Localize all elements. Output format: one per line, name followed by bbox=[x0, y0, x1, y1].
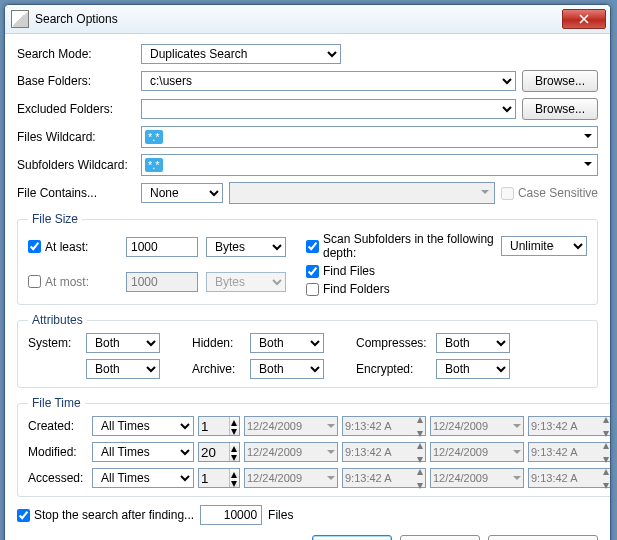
file-size-group: File Size At least: Bytes At most: Bytes bbox=[17, 212, 598, 305]
file-time-group: File Time Created: All Times ▴▾ 12/24/20… bbox=[17, 396, 611, 497]
at-most-value bbox=[126, 272, 198, 292]
base-folders-combo[interactable]: c:\users bbox=[141, 71, 516, 91]
find-folders-checkbox[interactable] bbox=[306, 283, 319, 296]
modified-time2: 9:13:42 A▴▾ bbox=[528, 442, 611, 462]
at-least-unit-combo[interactable]: Bytes bbox=[206, 237, 286, 257]
attr-compresses-combo[interactable]: Both bbox=[436, 333, 510, 353]
chevron-down-icon bbox=[581, 157, 595, 171]
file-contains-text bbox=[229, 182, 495, 204]
files-wildcard-combo[interactable]: *.* bbox=[141, 126, 598, 148]
created-date2: 12/24/2009 bbox=[430, 416, 524, 436]
chevron-down-icon bbox=[478, 185, 492, 199]
files-wildcard-label: Files Wildcard: bbox=[17, 130, 135, 144]
find-files-label: Find Files bbox=[323, 264, 375, 278]
search-mode-label: Search Mode: bbox=[17, 47, 135, 61]
stop-after-value[interactable] bbox=[200, 505, 262, 525]
ok-button[interactable]: OK bbox=[312, 535, 392, 540]
cancel-button[interactable]: Cancel bbox=[400, 535, 480, 540]
search-options-dialog: Search Options Search Mode: Duplicates S… bbox=[4, 4, 611, 540]
modified-time1: 9:13:42 A▴▾ bbox=[342, 442, 426, 462]
depth-combo[interactable]: Unlimited bbox=[501, 236, 587, 256]
excluded-folders-label: Excluded Folders: bbox=[17, 102, 135, 116]
file-time-legend: File Time bbox=[28, 396, 85, 410]
attributes-legend: Attributes bbox=[28, 313, 87, 327]
created-date1: 12/24/2009 bbox=[244, 416, 338, 436]
accessed-time2: 9:13:42 A▴▾ bbox=[528, 468, 611, 488]
attr-encrypted-combo[interactable]: Both bbox=[436, 359, 510, 379]
subfolders-wildcard-combo[interactable]: *.* bbox=[141, 154, 598, 176]
chevron-down-icon bbox=[513, 424, 521, 428]
modified-mode-combo[interactable]: All Times bbox=[92, 442, 194, 462]
file-contains-mode-combo[interactable]: None bbox=[141, 183, 223, 203]
modified-date2: 12/24/2009 bbox=[430, 442, 524, 462]
base-folders-label: Base Folders: bbox=[17, 74, 135, 88]
browse-excluded-folders-button[interactable]: Browse... bbox=[522, 98, 598, 120]
attr-hidden-label: Hidden: bbox=[192, 336, 250, 350]
client-area: Search Mode: Duplicates Search Base Fold… bbox=[5, 34, 610, 540]
case-sensitive-checkbox bbox=[501, 187, 514, 200]
attr-archive-label: Archive: bbox=[192, 362, 250, 376]
file-size-legend: File Size bbox=[28, 212, 82, 226]
created-n-spin: ▴▾ bbox=[198, 416, 240, 436]
titlebar: Search Options bbox=[5, 5, 610, 34]
at-most-checkbox[interactable] bbox=[28, 275, 41, 288]
case-sensitive-label: Case Sensitive bbox=[518, 186, 598, 200]
scan-subfolders-label: Scan Subfolders in the following depth: bbox=[323, 232, 495, 260]
close-button[interactable] bbox=[562, 9, 606, 29]
at-least-checkbox[interactable] bbox=[28, 240, 41, 253]
search-mode-combo[interactable]: Duplicates Search bbox=[141, 44, 341, 64]
files-suffix-label: Files bbox=[268, 508, 293, 522]
accessed-mode-combo[interactable]: All Times bbox=[92, 468, 194, 488]
reset-to-default-button[interactable]: Reset To Default bbox=[488, 535, 599, 540]
browse-base-folders-button[interactable]: Browse... bbox=[522, 70, 598, 92]
accessed-label: Accessed: bbox=[28, 471, 88, 485]
accessed-time1: 9:13:42 A▴▾ bbox=[342, 468, 426, 488]
subfolders-wildcard-label: Subfolders Wildcard: bbox=[17, 158, 135, 172]
chevron-down-icon bbox=[327, 424, 335, 428]
modified-date1: 12/24/2009 bbox=[244, 442, 338, 462]
scan-subfolders-checkbox[interactable] bbox=[306, 240, 319, 253]
attr-system-label: System: bbox=[28, 336, 86, 350]
attr-readonly-combo[interactable]: Both bbox=[86, 359, 160, 379]
app-icon bbox=[11, 10, 29, 28]
at-least-label: At least: bbox=[45, 240, 88, 254]
created-time2: 9:13:42 A▴▾ bbox=[528, 416, 611, 436]
file-contains-label: File Contains... bbox=[17, 186, 135, 200]
at-most-unit-combo: Bytes bbox=[206, 272, 286, 292]
at-least-value[interactable] bbox=[126, 237, 198, 257]
created-time1: 9:13:42 A▴▾ bbox=[342, 416, 426, 436]
chevron-down-icon bbox=[581, 129, 595, 143]
modified-n-spin: ▴▾ bbox=[198, 442, 240, 462]
created-mode-combo[interactable]: All Times bbox=[92, 416, 194, 436]
attr-encrypted-label: Encrypted: bbox=[356, 362, 436, 376]
stop-after-label: Stop the search after finding... bbox=[34, 508, 194, 522]
files-wildcard-chip: *.* bbox=[145, 130, 163, 144]
accessed-date1: 12/24/2009 bbox=[244, 468, 338, 488]
attr-archive-combo[interactable]: Both bbox=[250, 359, 324, 379]
attr-system-combo[interactable]: Both bbox=[86, 333, 160, 353]
modified-label: Modified: bbox=[28, 445, 88, 459]
accessed-date2: 12/24/2009 bbox=[430, 468, 524, 488]
attr-compresses-label: Compresses: bbox=[356, 336, 436, 350]
close-icon bbox=[579, 14, 589, 24]
accessed-n-spin: ▴▾ bbox=[198, 468, 240, 488]
find-folders-label: Find Folders bbox=[323, 282, 390, 296]
spin-down-icon: ▾ bbox=[230, 426, 239, 435]
attributes-group: Attributes System: Both Hidden: Both Com… bbox=[17, 313, 598, 388]
at-most-label: At most: bbox=[45, 275, 89, 289]
created-label: Created: bbox=[28, 419, 88, 433]
excluded-folders-combo[interactable] bbox=[141, 99, 516, 119]
subfolders-wildcard-chip: *.* bbox=[145, 158, 163, 172]
window-title: Search Options bbox=[35, 12, 562, 26]
find-files-checkbox[interactable] bbox=[306, 265, 319, 278]
stop-after-checkbox[interactable] bbox=[17, 509, 30, 522]
attr-hidden-combo[interactable]: Both bbox=[250, 333, 324, 353]
